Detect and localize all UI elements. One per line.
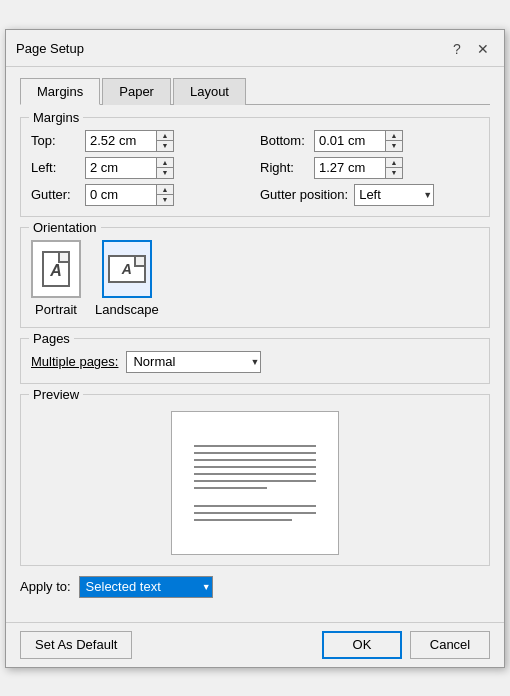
title-bar: Page Setup ? ✕ (6, 30, 504, 67)
top-spinner: ▲ ▼ (85, 130, 174, 152)
cancel-button[interactable]: Cancel (410, 631, 490, 659)
left-spinner: ▲ ▼ (85, 157, 174, 179)
right-spin-up[interactable]: ▲ (386, 158, 402, 168)
left-field-row: Left: ▲ ▼ (31, 157, 250, 179)
preview-line-4 (194, 466, 316, 468)
multiple-pages-label: Multiple pages: (31, 354, 118, 369)
footer-right: OK Cancel (322, 631, 490, 659)
gutter-input[interactable] (85, 184, 157, 206)
close-button[interactable]: ✕ (472, 38, 494, 60)
preview-line-5 (194, 473, 316, 475)
preview-line-2 (194, 452, 316, 454)
gutter-pos-field-row: Gutter position: Left Top ▼ (260, 184, 479, 206)
preview-section: Preview (20, 394, 490, 566)
landscape-label: Landscape (95, 302, 159, 317)
top-field-row: Top: ▲ ▼ (31, 130, 250, 152)
multiple-pages-select-wrap: Normal Mirror margins 2 pages per sheet … (126, 351, 261, 373)
bottom-field-row: Bottom: ▲ ▼ (260, 130, 479, 152)
title-bar-buttons: ? ✕ (446, 38, 494, 60)
bottom-spin-down[interactable]: ▼ (386, 141, 402, 151)
gutter-spin-up[interactable]: ▲ (157, 185, 173, 195)
portrait-label: Portrait (35, 302, 77, 317)
tab-layout[interactable]: Layout (173, 78, 246, 105)
portrait-button[interactable]: A Portrait (31, 240, 81, 317)
tabs-bar: Margins Paper Layout (20, 77, 490, 105)
preview-line-10 (194, 519, 292, 521)
preview-line-1 (194, 445, 316, 447)
tab-paper[interactable]: Paper (102, 78, 171, 105)
portrait-letter: A (50, 262, 62, 280)
preview-line-3 (194, 459, 316, 461)
preview-line-8 (194, 505, 316, 507)
right-field-row: Right: ▲ ▼ (260, 157, 479, 179)
dialog-body: Margins Paper Layout Margins Top: ▲ ▼ (6, 67, 504, 622)
preview-line-9 (194, 512, 316, 514)
pages-section-title: Pages (29, 331, 74, 346)
left-spin-up[interactable]: ▲ (157, 158, 173, 168)
orientation-section: Orientation A Portrait A (20, 227, 490, 328)
top-spin-down[interactable]: ▼ (157, 141, 173, 151)
bottom-label: Bottom: (260, 133, 308, 148)
bottom-input[interactable] (314, 130, 386, 152)
dialog-footer: Set As Default OK Cancel (6, 622, 504, 667)
footer-left: Set As Default (20, 631, 132, 659)
help-button[interactable]: ? (446, 38, 468, 60)
preview-section-title: Preview (29, 387, 83, 402)
bottom-spinner-buttons: ▲ ▼ (386, 130, 403, 152)
gutter-spinner: ▲ ▼ (85, 184, 174, 206)
gutter-spin-down[interactable]: ▼ (157, 195, 173, 205)
pages-section: Pages Multiple pages: Normal Mirror marg… (20, 338, 490, 384)
portrait-icon: A (31, 240, 81, 298)
top-input[interactable] (85, 130, 157, 152)
landscape-icon: A (102, 240, 152, 298)
portrait-doc-shape: A (42, 251, 70, 287)
left-spin-down[interactable]: ▼ (157, 168, 173, 178)
gutter-spinner-buttons: ▲ ▼ (157, 184, 174, 206)
gutter-label: Gutter: (31, 187, 79, 202)
landscape-doc-shape: A (108, 255, 146, 283)
landscape-button[interactable]: A Landscape (95, 240, 159, 317)
right-spinner-buttons: ▲ ▼ (386, 157, 403, 179)
page-setup-dialog: Page Setup ? ✕ Margins Paper Layout Marg… (5, 29, 505, 668)
preview-area (171, 411, 339, 555)
gutter-field-row: Gutter: ▲ ▼ (31, 184, 250, 206)
left-label: Left: (31, 160, 79, 175)
set-as-default-button[interactable]: Set As Default (20, 631, 132, 659)
dialog-title: Page Setup (16, 41, 84, 56)
pages-row: Multiple pages: Normal Mirror margins 2 … (31, 351, 479, 373)
apply-to-row: Apply to: Selected text Whole document T… (20, 576, 490, 598)
tab-margins[interactable]: Margins (20, 78, 100, 105)
gutter-pos-label: Gutter position: (260, 187, 348, 202)
orientation-buttons: A Portrait A Landscape (31, 240, 479, 317)
orientation-section-title: Orientation (29, 220, 101, 235)
preview-line-7 (194, 487, 267, 489)
right-label: Right: (260, 160, 308, 175)
left-spinner-buttons: ▲ ▼ (157, 157, 174, 179)
margins-section-title: Margins (29, 110, 83, 125)
preview-line-6 (194, 480, 316, 482)
margins-grid: Top: ▲ ▼ Bottom: ▲ (31, 130, 479, 206)
right-input[interactable] (314, 157, 386, 179)
ok-button[interactable]: OK (322, 631, 402, 659)
margins-section: Margins Top: ▲ ▼ Bottom: (20, 117, 490, 217)
apply-to-select-wrap: Selected text Whole document This point … (79, 576, 213, 598)
top-spinner-buttons: ▲ ▼ (157, 130, 174, 152)
top-label: Top: (31, 133, 79, 148)
apply-to-label: Apply to: (20, 579, 71, 594)
right-spin-down[interactable]: ▼ (386, 168, 402, 178)
bottom-spinner: ▲ ▼ (314, 130, 403, 152)
gutter-pos-select[interactable]: Left Top (354, 184, 434, 206)
right-spinner: ▲ ▼ (314, 157, 403, 179)
bottom-spin-up[interactable]: ▲ (386, 131, 402, 141)
apply-to-select[interactable]: Selected text Whole document This point … (79, 576, 213, 598)
landscape-letter: A (122, 261, 132, 277)
gutter-pos-select-wrap: Left Top ▼ (354, 184, 434, 206)
top-spin-up[interactable]: ▲ (157, 131, 173, 141)
left-input[interactable] (85, 157, 157, 179)
multiple-pages-select[interactable]: Normal Mirror margins 2 pages per sheet … (126, 351, 261, 373)
